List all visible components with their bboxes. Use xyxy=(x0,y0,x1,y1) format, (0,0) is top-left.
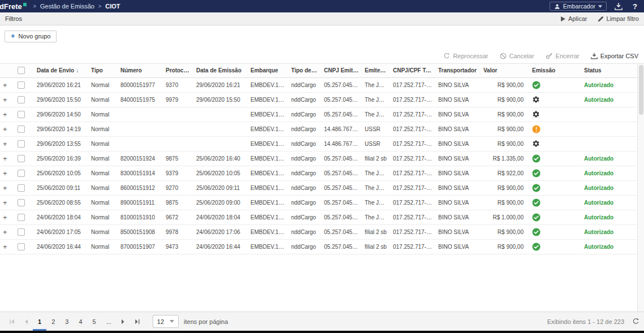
next-page-button[interactable] xyxy=(116,312,130,331)
download-icon[interactable] xyxy=(615,3,623,10)
export-csv-button[interactable]: Exportar CSV xyxy=(591,53,638,59)
page-number-3[interactable]: 3 xyxy=(60,312,74,331)
expand-row-button[interactable]: + xyxy=(3,110,7,119)
vertical-scrollbar[interactable] xyxy=(637,64,644,312)
grid-toolbar: Reprocessar Cancelar Encerrar Exportar C… xyxy=(0,48,644,64)
table-row[interactable]: +29/06/2020 15:50Normal84000151975997929… xyxy=(0,92,637,107)
first-page-button[interactable] xyxy=(5,312,19,331)
column-header-n-mero[interactable]: Número xyxy=(118,64,163,77)
close-ciot-button[interactable]: Encerrar xyxy=(546,52,580,59)
table-row[interactable]: +29/06/2020 13:55NormalEMBDEV.104835nddC… xyxy=(0,136,637,151)
new-group-button[interactable]: + Novo grupo xyxy=(5,31,57,42)
refresh-grid-icon[interactable] xyxy=(632,318,639,325)
expand-row-button[interactable]: + xyxy=(3,198,7,207)
last-page-button[interactable] xyxy=(130,312,145,331)
cell-data-envio: 25/06/2020 08:55 xyxy=(34,195,88,210)
user-menu-button[interactable]: Embarcador xyxy=(550,2,607,11)
page-number-4[interactable]: 4 xyxy=(74,312,87,331)
pager-info-area: Exibindo itens 1 - 12 de 223 xyxy=(547,312,639,331)
expand-row-button[interactable]: + xyxy=(3,125,7,133)
column-header-embarque[interactable]: Embarque xyxy=(248,64,288,77)
page-ellipsis[interactable]: ... xyxy=(101,312,116,331)
row-checkbox[interactable] xyxy=(18,243,25,250)
table-row[interactable]: +24/06/2020 17:05Normal85000151908997824… xyxy=(0,224,637,239)
cell-emitente: The Joker xyxy=(362,166,390,180)
column-header-emitente[interactable]: Emitente xyxy=(362,64,390,77)
cell-tipo-pagamento: nddCargo xyxy=(288,224,321,239)
table-row[interactable]: +24/06/2020 18:04Normal81000151910967224… xyxy=(0,210,637,224)
row-checkbox[interactable] xyxy=(18,140,25,148)
page-number-5[interactable]: 5 xyxy=(88,312,101,331)
column-header-cnpj-emite[interactable]: CNPJ Emite... xyxy=(321,64,362,77)
row-checkbox[interactable] xyxy=(18,96,25,103)
filters-panel-header[interactable]: Filtros Aplicar Limpar filtro xyxy=(0,12,644,25)
page-number-1[interactable]: 1 xyxy=(33,312,46,331)
cell-cnpj-transportador: 017.252.717-10 xyxy=(390,195,435,210)
cell-numero: 87000151907 xyxy=(118,239,163,254)
column-header-tipo[interactable]: Tipo xyxy=(88,64,118,77)
column-header-protocolo[interactable]: Protocolo xyxy=(163,64,193,77)
table-row[interactable]: +24/06/2020 16:44Normal87000151907947324… xyxy=(0,239,637,254)
prev-page-button[interactable] xyxy=(19,312,33,331)
status-cell: Autorizado xyxy=(581,224,637,239)
row-checkbox[interactable] xyxy=(18,111,25,118)
row-checkbox[interactable] xyxy=(18,126,25,133)
column-header-tipo-de-paga[interactable]: Tipo de Paga... xyxy=(288,64,321,77)
expand-row-button[interactable]: + xyxy=(3,140,7,148)
table-row[interactable]: +25/06/2020 08:55Normal89000151911987525… xyxy=(0,195,637,210)
expand-row-button[interactable]: + xyxy=(3,169,7,178)
expand-row-button[interactable]: + xyxy=(3,213,7,222)
pencil-icon xyxy=(598,16,604,22)
column-header-status[interactable]: Status xyxy=(581,64,637,77)
pager-controls: 12345... 12 itens por página xyxy=(5,312,228,331)
row-checkbox[interactable] xyxy=(18,155,25,162)
breadcrumb-ciot[interactable]: CIOT xyxy=(105,3,120,10)
apply-filter-button[interactable]: Aplicar xyxy=(561,15,587,22)
expand-row-button[interactable]: + xyxy=(3,184,7,192)
row-checkbox[interactable] xyxy=(18,81,25,89)
table-row[interactable]: +25/06/2020 16:39Normal82000151924987525… xyxy=(0,151,637,166)
cancel-button[interactable]: Cancelar xyxy=(500,53,534,59)
table-row[interactable]: +29/06/2020 14:50NormalEMBDEV.104857nddC… xyxy=(0,107,637,122)
expand-row-button[interactable]: + xyxy=(3,154,7,163)
expand-row-button[interactable]: + xyxy=(3,228,7,236)
cell-protocolo xyxy=(163,107,193,122)
cell-data-emissao: 25/06/2020 10:05 xyxy=(193,166,248,180)
app-logo[interactable]: dFrete xyxy=(0,2,27,11)
column-header-cnpj-cpf-transp[interactable]: CNPJ/CPF Transp... xyxy=(390,64,435,77)
page-number-2[interactable]: 2 xyxy=(46,312,60,331)
table-row[interactable]: +25/06/2020 10:05Normal83000151914937925… xyxy=(0,166,637,180)
clear-filter-button[interactable]: Limpar filtro xyxy=(598,15,639,22)
page-size-select[interactable]: 12 xyxy=(153,315,179,328)
row-checkbox[interactable] xyxy=(18,228,25,236)
cell-embarque: EMBDEV.104857 xyxy=(248,107,288,122)
cell-numero: 83000151914 xyxy=(118,166,163,180)
column-header-data-de-emiss-o[interactable]: Data de Emissão xyxy=(193,64,248,77)
column-header-valor[interactable]: Valor xyxy=(481,64,529,77)
expand-cell: + xyxy=(0,210,15,224)
checkbox-cell xyxy=(15,122,34,136)
column-header-data-de-envio[interactable]: Data de Envio↓ xyxy=(34,64,88,77)
expand-row-button[interactable]: + xyxy=(3,81,7,89)
expand-row-button[interactable]: + xyxy=(3,96,7,104)
table-row[interactable]: +25/06/2020 09:11Normal86000151912927025… xyxy=(0,180,637,195)
cell-data-envio: 24/06/2020 18:04 xyxy=(34,210,88,224)
table-row[interactable]: +29/06/2020 16:21Normal80000151977937029… xyxy=(0,77,637,92)
cell-numero xyxy=(118,136,163,151)
reprocess-button[interactable]: Reprocessar xyxy=(443,53,488,59)
cell-numero: 80000151977 xyxy=(118,77,163,92)
expand-row-button[interactable]: + xyxy=(3,243,7,251)
emissao-cell xyxy=(529,92,581,107)
breadcrumb-gestao-emissao[interactable]: Gestão de Emissão xyxy=(40,3,94,10)
select-all-checkbox[interactable] xyxy=(18,67,25,74)
scrollbar-thumb[interactable] xyxy=(639,65,643,115)
row-checkbox[interactable] xyxy=(18,184,25,192)
table-row[interactable]: +29/06/2020 14:19NormalEMBDEV.104855nddC… xyxy=(0,122,637,136)
row-checkbox[interactable] xyxy=(18,199,25,206)
column-header-emiss-o[interactable]: Emissão xyxy=(529,64,581,77)
row-checkbox[interactable] xyxy=(18,214,25,221)
column-header-transportador[interactable]: Transportador xyxy=(435,64,481,77)
help-icon[interactable]: ? xyxy=(630,2,639,11)
expand-cell: + xyxy=(0,136,15,151)
row-checkbox[interactable] xyxy=(18,170,25,177)
